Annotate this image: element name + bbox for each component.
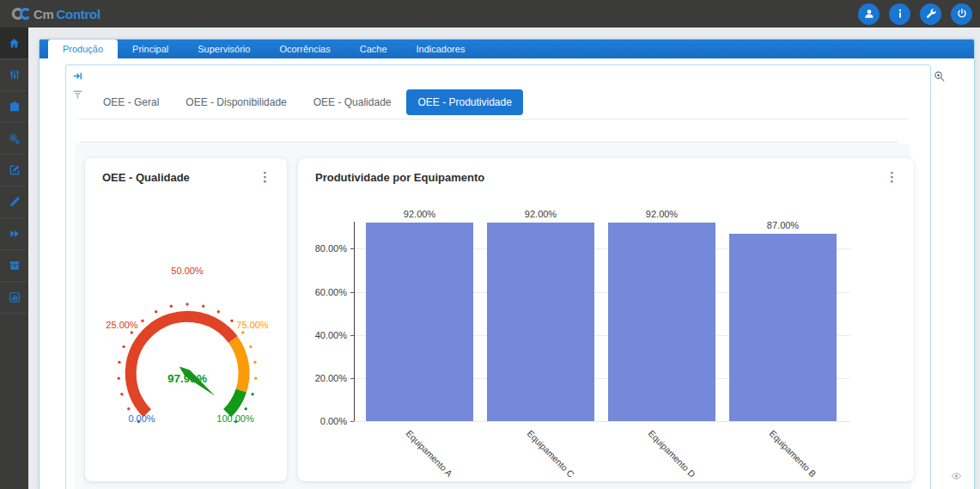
tab-producao[interactable]: Produção: [48, 40, 118, 58]
bar-value-label: 92.00%: [608, 209, 715, 219]
bar-value-label: 92.00%: [487, 209, 594, 219]
power-button[interactable]: [951, 3, 972, 25]
bar-value-label: 87.00%: [729, 220, 837, 230]
bar-equipamento-a[interactable]: [366, 223, 473, 421]
card-produtividade: Produtividade por Equipamento ⋮ 0.00%20.…: [298, 158, 914, 481]
y-axis-label: 60.00%: [302, 287, 347, 297]
gridline: [354, 421, 850, 422]
subtab-oee-disponibilidade[interactable]: OEE - Disponibilidade: [174, 89, 297, 115]
user-icon: [863, 8, 875, 20]
sidebar-item-sliders[interactable]: [0, 59, 28, 91]
content-panel: ProduçãoPrincipalSupervisórioOcorrências…: [39, 39, 975, 489]
x-axis-label: Equipamento A: [404, 428, 454, 479]
power-icon: [956, 8, 968, 20]
app-logo[interactable]: CmControl: [8, 6, 100, 21]
pencil-icon: [9, 196, 21, 208]
bar-chart-icon: [9, 291, 21, 303]
y-axis-label: 20.00%: [302, 373, 347, 383]
panel-body: OEE - GeralOEE - DisponibilidadeOEE - Qu…: [40, 58, 974, 489]
bar-equipamento-c[interactable]: [487, 223, 594, 421]
card-oee-qualidade: OEE - Qualidade ⋮ 0.00%25.00%50.00%75.00…: [85, 158, 287, 481]
fast-forward-icon: [9, 228, 21, 240]
zoom-in-icon[interactable]: [933, 70, 946, 86]
topbar-actions: [858, 3, 972, 25]
gauge-chart: 0.00%25.00%50.00%75.00%100.00%97.98%: [85, 158, 287, 481]
wrench-icon: [925, 8, 937, 20]
user-button[interactable]: [858, 3, 880, 25]
mini-toolbar: [72, 70, 83, 100]
brand-text-control: Control: [57, 7, 100, 21]
info-icon: [894, 8, 906, 20]
bar-value-label: 92.00%: [366, 209, 473, 219]
tab-cache[interactable]: Cache: [345, 40, 402, 58]
tab-principal[interactable]: Principal: [118, 40, 183, 58]
archive-icon: [9, 260, 21, 272]
tab-bar: ProduçãoPrincipalSupervisórioOcorrências…: [40, 40, 974, 58]
gauge-axis-label: 75.00%: [236, 320, 269, 330]
divider: [79, 142, 898, 143]
subtab-oee-produtividade[interactable]: OEE - Produtividade: [406, 89, 522, 115]
cmcontrol-logo-icon: [8, 6, 31, 21]
sidebar-item-bar-chart[interactable]: [0, 282, 28, 314]
tab-indicadores[interactable]: Indicadores: [402, 40, 480, 58]
edit-icon: [9, 164, 21, 176]
eye-icon[interactable]: [950, 469, 963, 485]
dashboard-container: OEE - GeralOEE - DisponibilidadeOEE - Qu…: [65, 64, 931, 489]
home-icon: [8, 37, 21, 50]
topbar: CmControl: [0, 0, 980, 28]
y-axis-tick: [350, 421, 354, 422]
info-button[interactable]: [889, 3, 910, 25]
collapse-right-icon[interactable]: [72, 70, 83, 82]
bar-equipamento-d[interactable]: [608, 223, 715, 421]
sidebar-item-home[interactable]: [0, 28, 28, 59]
divider: [79, 119, 909, 119]
x-axis-label: Equipamento D: [646, 428, 697, 480]
sidebar-item-cogs[interactable]: [0, 123, 28, 155]
sidebar-item-briefcase[interactable]: [0, 91, 28, 123]
gauge-axis-label: 25.00%: [106, 320, 138, 330]
sidebar-item-pencil[interactable]: [0, 186, 28, 218]
x-axis-label: Equipamento B: [767, 428, 818, 479]
sliders-icon: [9, 69, 21, 81]
wrench-button[interactable]: [920, 3, 941, 25]
subtab-oee-qualidade[interactable]: OEE - Qualidade: [302, 89, 403, 115]
y-axis-label: 80.00%: [302, 243, 347, 254]
gauge-axis-label: 100.00%: [216, 413, 254, 424]
subtab-oee-geral[interactable]: OEE - Geral: [92, 89, 170, 115]
briefcase-icon: [9, 101, 21, 113]
sidebar-item-fast-forward[interactable]: [0, 218, 28, 250]
brand-text-cm: Cm: [33, 7, 54, 21]
y-axis-label: 40.00%: [302, 330, 347, 340]
y-axis-line: [354, 222, 355, 421]
bar-chart: 0.00%20.00%40.00%60.00%80.00%92.00%Equip…: [298, 158, 914, 481]
gauge-axis-label: 50.00%: [171, 266, 204, 276]
sidebar: [0, 28, 28, 489]
bar-equipamento-b[interactable]: [729, 234, 837, 421]
filter-icon[interactable]: [72, 89, 83, 100]
subtab-bar: OEE - GeralOEE - DisponibilidadeOEE - Qu…: [92, 89, 527, 115]
gauge-axis-label: 0.00%: [128, 413, 155, 424]
tab-ocorrencias[interactable]: Ocorrências: [265, 40, 344, 58]
sidebar-item-edit[interactable]: [0, 155, 28, 186]
tab-supervisorio[interactable]: Supervisório: [183, 40, 265, 58]
y-axis-label: 0.00%: [302, 416, 347, 426]
x-axis-label: Equipamento C: [525, 428, 576, 480]
sidebar-item-archive[interactable]: [0, 250, 28, 282]
cogs-icon: [8, 132, 21, 145]
